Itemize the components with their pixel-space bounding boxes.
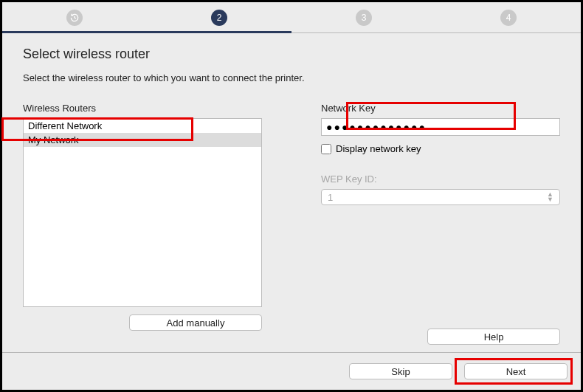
step-3: 3 (292, 10, 436, 26)
add-manually-button[interactable]: Add manually (129, 314, 262, 331)
network-key-label: Network Key (321, 103, 560, 114)
step-4-label: 4 (506, 13, 511, 23)
step-2-label: 2 (217, 13, 222, 23)
page-subtitle: Select the wireless router to which you … (23, 72, 560, 83)
skip-button[interactable]: Skip (349, 363, 452, 379)
columns: Wireless Routers Different Network My Ne… (23, 103, 560, 345)
router-item-0[interactable]: Different Network (24, 119, 261, 133)
bottom-bar: Skip Next (2, 352, 581, 390)
router-list[interactable]: Different Network My Network (23, 118, 262, 307)
content-area: Select wireless router Select the wirele… (2, 33, 581, 352)
step-1-circle (66, 10, 83, 26)
display-key-label: Display network key (336, 143, 421, 154)
display-key-checkbox[interactable] (321, 144, 331, 154)
step-3-label: 3 (362, 13, 367, 23)
step-4-circle: 4 (500, 10, 517, 26)
wep-label: WEP Key ID: (321, 173, 560, 185)
right-below-row: Help (321, 329, 560, 345)
network-key-input[interactable] (321, 118, 560, 136)
left-column: Wireless Routers Different Network My Ne… (23, 103, 262, 345)
left-below-row: Add manually (23, 314, 262, 331)
router-item-1[interactable]: My Network (24, 133, 261, 147)
history-icon (69, 13, 80, 23)
display-key-row[interactable]: Display network key (321, 143, 560, 154)
step-3-circle: 3 (356, 10, 372, 26)
step-2-circle: 2 (211, 10, 227, 26)
installer-window: 2 3 4 Select wireless router Select the … (0, 0, 583, 392)
next-button[interactable]: Next (464, 363, 568, 379)
wep-select: 1 ▲▼ (321, 189, 560, 205)
help-button[interactable]: Help (427, 329, 560, 345)
page-title: Select wireless router (23, 47, 560, 62)
step-4: 4 (436, 10, 581, 26)
wep-value: 1 (328, 192, 333, 203)
routers-label: Wireless Routers (23, 103, 262, 114)
stepper: 2 3 4 (2, 2, 581, 33)
step-2: 2 (147, 10, 292, 26)
chevron-updown-icon: ▲▼ (547, 192, 553, 202)
right-column: Network Key Display network key WEP Key … (321, 103, 560, 345)
step-1 (2, 10, 147, 26)
